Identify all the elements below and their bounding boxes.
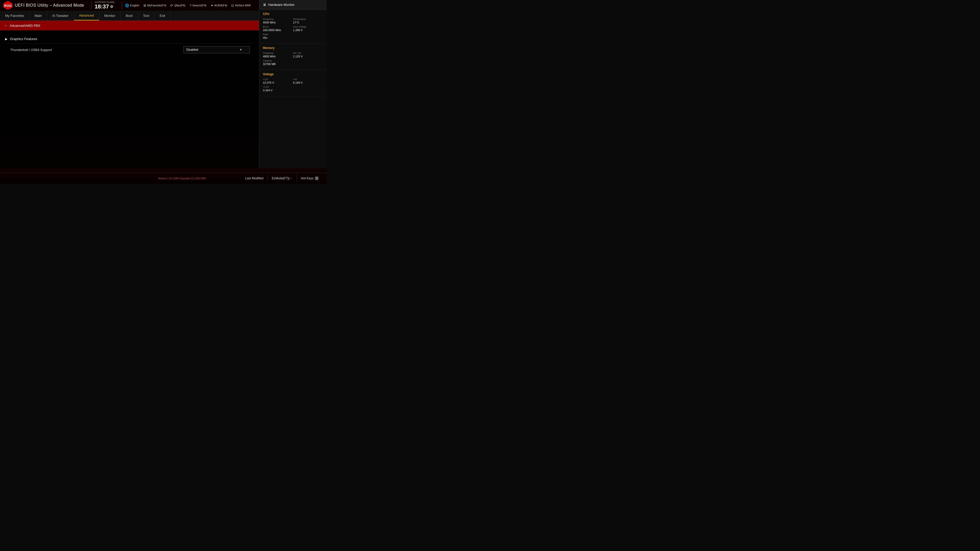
cpu-bclk-col: BCLK 100.0000 MHz (263, 25, 293, 32)
footer-bottom: Version 2.22.1284 Copyright (C) 2022 AMI… (0, 173, 327, 184)
myfavorite-label: MyFavorite(F3) (147, 4, 166, 7)
breadcrumb: Advanced\AMD PBS (10, 24, 40, 27)
qfan-label: Qfan(F6) (174, 4, 185, 7)
aura-label: AURA(F4) (215, 4, 228, 7)
section-expand-arrow: ▶ (5, 37, 7, 41)
bios-title: UEFI BIOS Utility – Advanced Mode (15, 3, 84, 8)
hotkeys-label: Hot Keys (301, 176, 313, 180)
voltage-33v-value: 3.344 V (263, 89, 323, 92)
sidebar-item-boot[interactable]: Boot (121, 11, 138, 21)
toolbar-search[interactable]: ? Search(F9) (189, 3, 206, 7)
rog-logo: ROG (3, 0, 13, 10)
thunderbolt-usb4-control: Disabled ▼ (183, 46, 250, 53)
cpu-temperature-col: Temperature 17°C (293, 18, 323, 24)
breadcrumb-back-arrow[interactable]: ← (4, 24, 8, 27)
language-icon: 🌐 (125, 3, 129, 7)
cpu-ratio-value: 45x (263, 36, 323, 39)
toolbar-resizebar[interactable]: ⊡ ReSize BAR (231, 3, 251, 7)
dropdown-arrow-icon: ▼ (239, 48, 242, 52)
breadcrumb-bar: ← Advanced\AMD PBS (0, 21, 259, 30)
sidebar-item-exit[interactable]: Exit (154, 11, 170, 21)
cpu-section-title: CPU (263, 12, 323, 16)
header-divider (91, 2, 92, 9)
voltage-12v-5v-row: +12V 12.076 V +5V 5.140 V (263, 78, 323, 84)
cpu-frequency-value: 4500 MHz (263, 21, 293, 24)
hardware-monitor-panel: 🖥 Hardware Monitor CPU Frequency 4500 MH… (259, 0, 327, 184)
sidebar-item-monitor[interactable]: Monitor (99, 11, 121, 21)
cpu-bclk-value: 100.0000 MHz (263, 29, 293, 32)
graphics-features-label: Graphics Features (10, 37, 37, 41)
cpu-temperature-value: 17°C (293, 21, 323, 24)
ezmode-button[interactable]: EzMode(F7)|→ (268, 175, 297, 182)
logo-area: ROG UEFI BIOS Utility – Advanced Mode (3, 0, 84, 10)
thunderbolt-usb4-setting: Thunderbolt / USB4 Support Disabled ▼ (4, 44, 255, 56)
date-display: 12/25/2022 Sunday (95, 1, 115, 3)
footer-actions: Last Modified EzMode(F7)|→ Hot Keys ? (241, 175, 323, 182)
cpu-ratio-row: Ratio 45x (263, 33, 323, 39)
sidebar-item-main[interactable]: Main (29, 11, 47, 21)
memory-section-title: Memory (263, 46, 323, 50)
cpu-freq-temp-row: Frequency 4500 MHz Temperature 17°C (263, 18, 323, 24)
voltage-33v-label: +3.3V (263, 86, 323, 88)
thunderbolt-usb4-value: Disabled (186, 48, 198, 52)
datetime-area: 12/25/2022 Sunday 18:37 ⚙ (95, 1, 115, 10)
language-label: English (130, 4, 139, 7)
content-area: ▶ Graphics Features Thunderbolt / USB4 S… (0, 30, 259, 171)
mem-mc-volt-col: MC Volt 1.120 V (293, 52, 323, 58)
svg-text:ROG: ROG (4, 4, 12, 8)
search-label: Search(F9) (192, 4, 207, 7)
sidebar-item-my-favorites[interactable]: My Favorites (0, 11, 29, 21)
sidebar-item-tool[interactable]: Tool (138, 11, 155, 21)
cpu-frequency-label: Frequency (263, 18, 293, 21)
mem-frequency-col: Frequency 4800 MHz (263, 52, 293, 58)
hotkeys-icon: ? (315, 176, 318, 180)
mem-freq-volt-row: Frequency 4800 MHz MC Volt 1.120 V (263, 52, 323, 58)
toolbar-aura[interactable]: ✦ AURA(F4) (210, 3, 228, 7)
toolbar-language[interactable]: 🌐 English (125, 3, 139, 7)
cpu-temperature-label: Temperature (293, 18, 323, 21)
mem-capacity-row: Capacity 32768 MB (263, 59, 323, 65)
aura-icon: ✦ (210, 3, 213, 7)
sidebar-item-advanced[interactable]: Advanced (74, 11, 99, 21)
voltage-section-title: Voltage (263, 73, 323, 76)
hw-monitor-icon: 🖥 (263, 3, 266, 6)
sidebar-item-ai-tweaker[interactable]: Ai Tweaker (47, 11, 74, 21)
footer: Version 2.22.1284 Copyright (C) 2022 AMI… (0, 168, 327, 184)
thunderbolt-usb4-dropdown[interactable]: Disabled ▼ (183, 46, 250, 53)
voltage-5v-col: +5V 5.140 V (293, 78, 323, 84)
voltage-5v-label: +5V (293, 78, 323, 81)
myfavorite-icon: ⊞ (143, 3, 146, 7)
thunderbolt-usb4-label: Thunderbolt / USB4 Support (10, 48, 52, 52)
voltage-section: Voltage +12V 12.076 V +5V 5.140 V +3.3V … (259, 70, 327, 96)
qfan-icon: ⟳ (170, 3, 173, 7)
voltage-12v-label: +12V (263, 78, 293, 81)
hot-keys-button[interactable]: Hot Keys ? (297, 175, 323, 182)
cpu-bclk-label: BCLK (263, 25, 293, 28)
last-modified-button[interactable]: Last Modified (241, 175, 268, 182)
resizebar-icon: ⊡ (231, 3, 234, 7)
toolbar-divider (122, 2, 122, 9)
voltage-33v-row: +3.3V 3.344 V (263, 86, 323, 92)
voltage-5v-value: 5.140 V (293, 81, 323, 84)
mem-capacity-col: Capacity 32768 MB (263, 59, 323, 65)
voltage-33v-col: +3.3V 3.344 V (263, 86, 323, 92)
ezmode-label: EzMode(F7)|→ (272, 176, 293, 180)
voltage-12v-value: 12.076 V (263, 81, 293, 84)
toolbar-qfan[interactable]: ⟳ Qfan(F6) (170, 3, 185, 7)
time-gear-icon[interactable]: ⚙ (110, 5, 113, 9)
graphics-features-section[interactable]: ▶ Graphics Features (4, 35, 255, 44)
cpu-bclk-voltage-row: BCLK 100.0000 MHz Core Voltage 1.208 V (263, 25, 323, 32)
memory-section: Memory Frequency 4800 MHz MC Volt 1.120 … (259, 44, 327, 70)
mem-capacity-label: Capacity (263, 59, 323, 62)
main-content: ← Advanced\AMD PBS ▶ Graphics Features T… (0, 21, 259, 184)
mem-mc-volt-label: MC Volt (293, 52, 323, 54)
voltage-12v-col: +12V 12.076 V (263, 78, 293, 84)
mem-capacity-value: 32768 MB (263, 62, 323, 65)
last-modified-label: Last Modified (245, 176, 263, 180)
mem-frequency-value: 4800 MHz (263, 55, 293, 58)
toolbar-myfavorite[interactable]: ⊞ MyFavorite(F3) (143, 3, 166, 7)
mem-mc-volt-value: 1.120 V (293, 55, 323, 58)
cpu-ratio-col: Ratio 45x (263, 33, 323, 39)
cpu-ratio-label: Ratio (263, 33, 323, 36)
cpu-frequency-col: Frequency 4500 MHz (263, 18, 293, 24)
